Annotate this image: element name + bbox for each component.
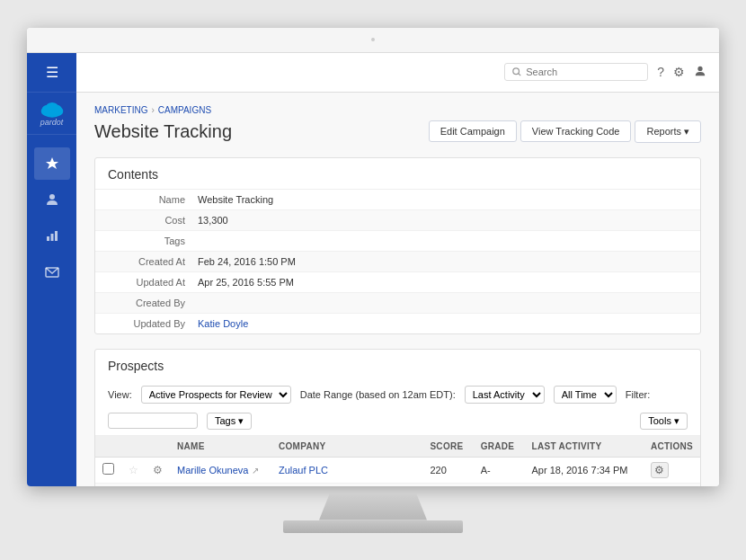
prospects-tbody: ☆ ⚙ Marille Okuneva ↗ Zulauf PLC 220 A- … <box>95 457 700 486</box>
sidebar-item-email[interactable] <box>34 255 70 288</box>
sidebar: ☰ pardot <box>27 53 76 486</box>
sidebar-nav <box>27 138 76 288</box>
breadcrumb-campaigns[interactable]: CAMPAIGNS <box>158 105 211 115</box>
top-nav: ? ⚙ <box>76 53 719 93</box>
contents-row-updated-by: Updated By Katie Doyle <box>95 314 700 333</box>
date-field-select[interactable]: Last Activity <box>465 386 545 404</box>
contents-row-tags: Tags <box>95 231 700 252</box>
help-icon[interactable]: ? <box>657 65 664 79</box>
contents-table: Name Website Tracking Cost 13,300 Tags <box>95 190 700 333</box>
page-header: Website Tracking Edit Campaign View Trac… <box>94 120 701 143</box>
svg-point-10 <box>513 68 520 75</box>
device-stand <box>319 493 427 520</box>
contents-title: Contents <box>95 158 700 190</box>
hamburger-icon[interactable]: ☰ <box>46 64 58 81</box>
col-score[interactable]: SCORE <box>422 436 473 458</box>
row-grade-icon[interactable]: ⚙ <box>153 464 163 476</box>
svg-line-11 <box>519 74 521 76</box>
svg-marker-4 <box>46 157 58 169</box>
svg-point-5 <box>49 194 55 200</box>
row-star-icon[interactable]: ☆ <box>129 464 138 476</box>
prospects-section: Prospects View: Active Prospects for Rev… <box>94 349 701 486</box>
top-nav-icons: ? ⚙ <box>657 65 706 80</box>
svg-rect-8 <box>55 231 58 241</box>
filter-label: Filter: <box>626 389 651 400</box>
contents-row-cost: Cost 13,300 <box>95 210 700 231</box>
col-last-activity[interactable]: LAST ACTIVITY <box>524 436 643 458</box>
table-row: ☆ ⚙ Marille Okuneva ↗ Zulauf PLC 220 A- … <box>95 457 700 483</box>
browser-dot <box>371 38 375 41</box>
sidebar-item-reports[interactable] <box>34 219 70 252</box>
device-base <box>283 520 463 533</box>
svg-rect-6 <box>47 236 49 241</box>
user-icon[interactable] <box>694 65 706 80</box>
svg-point-3 <box>46 102 58 112</box>
chart-icon <box>44 227 60 244</box>
person-icon <box>44 191 60 208</box>
prospects-title: Prospects <box>95 350 700 380</box>
view-label: View: <box>108 389 132 400</box>
col-grade[interactable]: GRADE <box>474 436 525 458</box>
prospect-name[interactable]: Marille Okuneva ↗ <box>177 465 259 476</box>
view-select[interactable]: Active Prospects for Review <box>141 386 291 404</box>
filter-input[interactable] <box>108 413 198 429</box>
contents-row-updated-at: Updated At Apr 25, 2016 5:55 PM <box>95 272 700 293</box>
row-checkbox[interactable] <box>102 463 114 475</box>
prospect-last-activity: Apr 18, 2016 7:34 PM <box>524 457 643 483</box>
tools-button[interactable]: Tools ▾ <box>640 413 688 430</box>
view-tracking-code-button[interactable]: View Tracking Code <box>520 120 632 142</box>
prospects-table: NAME COMPANY SCORE GRADE LAST ACTIVITY A… <box>95 436 700 486</box>
contents-row-created-by: Created By <box>95 293 700 314</box>
breadcrumb: MARKETING › CAMPAIGNS <box>94 105 701 115</box>
page-actions: Edit Campaign View Tracking Code Reports… <box>429 120 701 143</box>
settings-icon[interactable]: ⚙ <box>673 65 685 79</box>
browser-bar <box>27 28 719 53</box>
svg-rect-7 <box>50 234 53 241</box>
page-title: Website Tracking <box>94 121 232 142</box>
prospects-table-header: NAME COMPANY SCORE GRADE LAST ACTIVITY A… <box>95 436 700 458</box>
tags-button[interactable]: Tags ▾ <box>207 413 252 430</box>
envelope-icon <box>44 263 60 280</box>
col-name[interactable]: NAME <box>170 436 271 458</box>
contents-row-name: Name Website Tracking <box>95 190 700 210</box>
date-range-label: Date Range (based on 12am EDT): <box>300 389 456 400</box>
search-bar[interactable] <box>504 63 648 81</box>
logo-text: pardot <box>40 118 64 127</box>
device-stand-area <box>0 486 746 533</box>
contents-row-created-at: Created At Feb 24, 2016 1:50 PM <box>95 252 700 272</box>
breadcrumb-marketing[interactable]: MARKETING <box>94 105 147 115</box>
prospect-grade: A- <box>474 457 525 483</box>
search-icon <box>512 67 521 76</box>
page-content: MARKETING › CAMPAIGNS Website Tracking E… <box>76 93 719 486</box>
prospect-score: 220 <box>422 457 473 483</box>
svg-point-12 <box>697 66 702 70</box>
sidebar-item-favorites[interactable] <box>34 147 70 180</box>
col-star <box>121 436 146 458</box>
col-company[interactable]: COMPANY <box>271 436 422 458</box>
star-icon <box>44 156 60 172</box>
contents-section: Contents Name Website Tracking Cost 13,3… <box>94 157 701 334</box>
sidebar-header: ☰ <box>27 53 76 93</box>
col-checkbox <box>95 436 121 458</box>
date-range-select[interactable]: All Time <box>554 386 617 404</box>
company-link[interactable]: Zulauf PLC <box>279 465 328 476</box>
reports-button[interactable]: Reports ▾ <box>635 120 701 143</box>
pardot-logo <box>40 100 65 118</box>
search-input[interactable] <box>526 67 634 77</box>
col-actions: ACTIONS <box>644 436 700 458</box>
edit-campaign-button[interactable]: Edit Campaign <box>429 120 517 142</box>
col-grade-icon <box>146 436 170 458</box>
main-area: ? ⚙ MARKETING › CAMPAIGN <box>76 53 719 486</box>
prospects-filters: View: Active Prospects for Review Date R… <box>95 380 700 436</box>
sidebar-item-prospects[interactable] <box>34 183 70 216</box>
row-actions-gear[interactable]: ⚙ <box>651 462 669 478</box>
